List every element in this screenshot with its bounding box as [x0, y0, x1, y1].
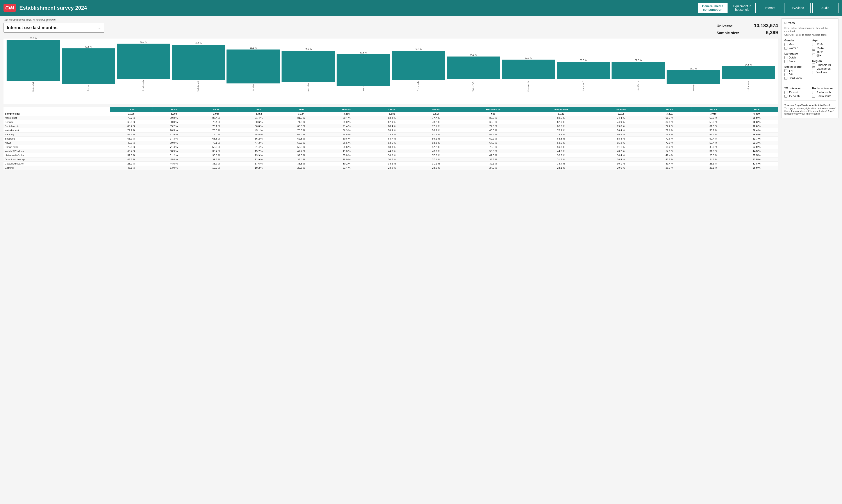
- checkbox-45-64[interactable]: [812, 50, 815, 53]
- bar-rect: [392, 51, 445, 80]
- checkbox-radio-north[interactable]: [812, 91, 815, 94]
- table-cell: 61.3 %: [736, 141, 778, 145]
- checkbox-wallonie[interactable]: [812, 71, 815, 74]
- table-row: Shopping55.7 %77.3 %68.8 %36.2 %62.8 %60…: [3, 137, 778, 141]
- table-cell: 13.9 %: [238, 153, 280, 158]
- radio-universe-title: Radio universe: [812, 87, 836, 90]
- filter-tv-south[interactable]: TV south: [784, 95, 808, 98]
- checkbox-woman[interactable]: [784, 47, 787, 50]
- checkbox-65plus[interactable]: [812, 54, 815, 57]
- table-column-header[interactable]: Total: [736, 107, 778, 112]
- table-cell: 32.1 %: [459, 162, 528, 166]
- table-cell: 68.5 %: [280, 124, 323, 128]
- bar-percent: 66.5 %: [250, 47, 257, 49]
- sample-size-cell: 3,722: [528, 112, 595, 116]
- table-cell: 62.8 %: [280, 137, 323, 141]
- main-nav: General mediaconsumption Equipment inhou…: [698, 3, 839, 13]
- filter-region-brussels[interactable]: Brussels 19: [812, 64, 836, 67]
- tab-equipment[interactable]: Equipment inhousehold: [729, 3, 756, 13]
- table-column-header[interactable]: SG 5-8: [691, 107, 735, 112]
- filter-social-1-4[interactable]: 1-4: [784, 69, 808, 72]
- tab-audio[interactable]: Audio: [812, 3, 839, 13]
- table-column-header[interactable]: 12-24: [110, 107, 153, 112]
- table-cell: 70.6 %: [280, 128, 323, 132]
- checkbox-dont-know[interactable]: [784, 77, 787, 80]
- table-cell: 35.8 %: [323, 153, 371, 158]
- filter-radio-south[interactable]: Radio south: [812, 95, 836, 98]
- table-cell: 76.0 %: [195, 132, 238, 137]
- filter-age-12-24[interactable]: 12-24: [812, 43, 836, 46]
- bar-rect: [612, 62, 665, 79]
- checkbox-dutch[interactable]: [784, 56, 787, 59]
- filters-columns: Gender Man Woman Language: [784, 39, 836, 82]
- filter-age-25-44[interactable]: 25-44: [812, 47, 836, 50]
- table-cell: 42.5 %: [648, 158, 691, 162]
- label-25-44: 25-44: [817, 47, 824, 50]
- checkbox-brussels[interactable]: [812, 64, 815, 67]
- filter-language-dutch[interactable]: Dutch: [784, 56, 808, 59]
- table-column-header[interactable]: 65+: [238, 107, 280, 112]
- bar-percent: 26.0 %: [690, 68, 697, 70]
- question-dropdown[interactable]: Internet use last months ⌄: [3, 23, 104, 33]
- table-column-header[interactable]: Dutch: [371, 107, 413, 112]
- universe-area: Universe: 10,183,674 Sample size: 6,399: [717, 23, 778, 37]
- bar-group: 57.9 % Phone calls: [392, 48, 445, 92]
- filters-title: Filters: [784, 21, 836, 25]
- table-cell: 63.6 %: [371, 141, 413, 145]
- table-cell: 56.0 %: [195, 145, 238, 149]
- filter-gender-woman[interactable]: Woman: [784, 47, 808, 50]
- checkbox-man[interactable]: [784, 43, 787, 46]
- table-column-header[interactable]: Brussels 19: [459, 107, 528, 112]
- table-cell: 30.1 %: [595, 162, 648, 166]
- filter-language-french[interactable]: French: [784, 60, 808, 63]
- checkbox-vlaanderen[interactable]: [812, 67, 815, 70]
- table-cell: 61.4 %: [238, 116, 280, 120]
- table-cell: 38.0 %: [371, 153, 413, 158]
- table-column-header[interactable]: SG 1-4: [648, 107, 691, 112]
- filter-col-right: Age 12-24 25-44 45-64: [812, 39, 836, 82]
- table-cell: 61.7 %: [736, 137, 778, 141]
- table-column-header[interactable]: French: [413, 107, 459, 112]
- table-column-header[interactable]: 45-64: [195, 107, 238, 112]
- table-cell: 31.8 %: [691, 149, 735, 153]
- tab-tv-video[interactable]: TV/Video: [785, 3, 811, 13]
- table-column-header[interactable]: Wallonie: [595, 107, 648, 112]
- table-cell: 72.0 %: [648, 141, 691, 145]
- table-column-header[interactable]: 25-44: [153, 107, 195, 112]
- filter-age-45-64[interactable]: 45-64: [812, 50, 836, 53]
- filter-social-5-8[interactable]: 5-8: [784, 73, 808, 76]
- bar-group: 37.5 % Listen radio...: [502, 57, 555, 92]
- bar-label: Listen radio...: [527, 80, 529, 92]
- table-cell: 85.2 %: [153, 124, 195, 128]
- checkbox-radio-south[interactable]: [812, 95, 815, 98]
- filter-gender-man[interactable]: Man: [784, 43, 808, 46]
- checkbox-tv-south[interactable]: [784, 95, 787, 98]
- label-radio-south: Radio south: [817, 95, 831, 98]
- label-woman: Woman: [789, 47, 798, 50]
- table-cell: 70.3 %: [736, 120, 778, 124]
- bar-percent: 61.7 %: [305, 48, 312, 50]
- filter-tv-north[interactable]: TV north: [784, 91, 808, 94]
- table-column-header[interactable]: Vlaanderen: [528, 107, 595, 112]
- bar-group: 70.0 % Social media: [117, 41, 170, 92]
- filter-region-vlaanderen[interactable]: Vlaanderen: [812, 67, 836, 70]
- checkbox-tv-north[interactable]: [784, 91, 787, 94]
- table-cell: 77.9 %: [153, 132, 195, 137]
- checkbox-12-24[interactable]: [812, 43, 815, 46]
- table-cell: 69.9 %: [691, 116, 735, 120]
- filter-social-dont-know[interactable]: Don't know: [784, 77, 808, 80]
- checkbox-french[interactable]: [784, 60, 787, 63]
- tab-internet[interactable]: Internet: [757, 3, 783, 13]
- bar-percent: 80.9 %: [30, 37, 37, 39]
- filter-region-wallonie[interactable]: Wallonie: [812, 71, 836, 74]
- checkbox-sg-1-4[interactable]: [784, 69, 787, 72]
- universe-value: 10,183,674: [754, 23, 778, 29]
- filter-age-65plus[interactable]: 65+: [812, 54, 836, 57]
- filter-radio-north[interactable]: Radio north: [812, 91, 836, 94]
- tab-general-media[interactable]: General mediaconsumption: [698, 3, 728, 13]
- table-column-header[interactable]: Woman: [323, 107, 371, 112]
- table-column-header[interactable]: Man: [280, 107, 323, 112]
- checkbox-25-44[interactable]: [812, 47, 815, 50]
- table-cell: 68.4 %: [371, 124, 413, 128]
- checkbox-sg-5-8[interactable]: [784, 73, 787, 76]
